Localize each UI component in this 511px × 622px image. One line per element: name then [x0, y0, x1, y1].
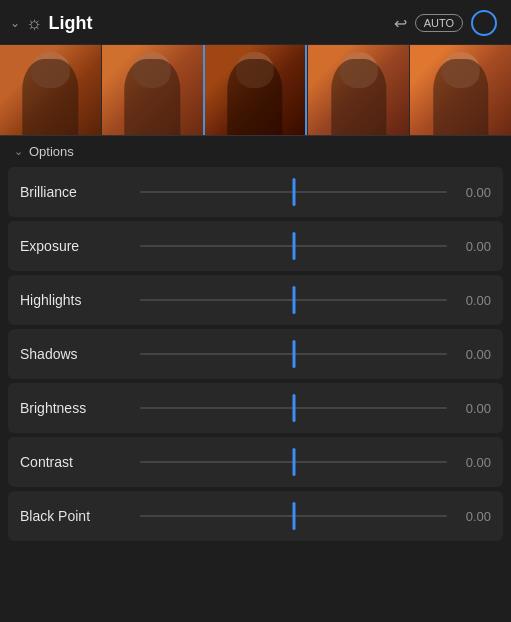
filmstrip[interactable]	[0, 45, 511, 135]
slider-label-shadows: Shadows	[20, 346, 140, 362]
slider-track-highlights[interactable]	[140, 275, 447, 325]
slider-indicator-brilliance	[292, 178, 295, 206]
options-chevron-icon: ⌄	[14, 145, 23, 158]
slider-track-brightness[interactable]	[140, 383, 447, 433]
slider-value-black-point: 0.00	[447, 509, 491, 524]
slider-label-exposure: Exposure	[20, 238, 140, 254]
slider-label-black-point: Black Point	[20, 508, 140, 524]
filmstrip-item[interactable]	[307, 45, 409, 135]
header-controls: ↩ AUTO	[394, 10, 497, 36]
section-title: Light	[49, 13, 93, 34]
sliders-container: Brilliance 0.00 Exposure 0.00 Highlights…	[0, 167, 511, 541]
face-body-5	[433, 59, 488, 136]
options-header[interactable]: ⌄ Options	[0, 136, 511, 167]
sun-icon: ☼	[26, 13, 43, 34]
photo-thumb-4	[308, 45, 409, 135]
face-body-4	[331, 59, 386, 136]
slider-row-exposure[interactable]: Exposure 0.00	[8, 221, 503, 271]
slider-value-brightness: 0.00	[447, 401, 491, 416]
face-body-2	[124, 59, 179, 136]
slider-row-black-point[interactable]: Black Point 0.00	[8, 491, 503, 541]
slider-indicator-black-point	[292, 502, 295, 530]
filmstrip-item[interactable]	[409, 45, 511, 135]
photo-thumb-1	[0, 45, 101, 135]
slider-label-brightness: Brightness	[20, 400, 140, 416]
slider-value-shadows: 0.00	[447, 347, 491, 362]
slider-track-brilliance[interactable]	[140, 167, 447, 217]
section-header: ⌄ ☼ Light ↩ AUTO	[0, 0, 511, 45]
slider-row-shadows[interactable]: Shadows 0.00	[8, 329, 503, 379]
photo-thumb-3	[205, 45, 306, 135]
slider-indicator-brightness	[292, 394, 295, 422]
slider-indicator-exposure	[292, 232, 295, 260]
slider-indicator-shadows	[292, 340, 295, 368]
slider-label-contrast: Contrast	[20, 454, 140, 470]
slider-value-exposure: 0.00	[447, 239, 491, 254]
slider-value-brilliance: 0.00	[447, 185, 491, 200]
undo-icon[interactable]: ↩	[394, 14, 407, 33]
face-body-3	[227, 59, 282, 136]
slider-row-contrast[interactable]: Contrast 0.00	[8, 437, 503, 487]
filmstrip-item[interactable]	[203, 45, 308, 135]
slider-indicator-highlights	[292, 286, 295, 314]
slider-track-contrast[interactable]	[140, 437, 447, 487]
slider-label-highlights: Highlights	[20, 292, 140, 308]
slider-track-black-point[interactable]	[140, 491, 447, 541]
slider-row-brightness[interactable]: Brightness 0.00	[8, 383, 503, 433]
slider-track-exposure[interactable]	[140, 221, 447, 271]
auto-button[interactable]: AUTO	[415, 14, 463, 32]
slider-label-brilliance: Brilliance	[20, 184, 140, 200]
filmstrip-item[interactable]	[101, 45, 203, 135]
circle-toggle-button[interactable]	[471, 10, 497, 36]
options-label: Options	[29, 144, 74, 159]
photo-thumb-5	[410, 45, 511, 135]
slider-row-highlights[interactable]: Highlights 0.00	[8, 275, 503, 325]
slider-track-shadows[interactable]	[140, 329, 447, 379]
slider-value-contrast: 0.00	[447, 455, 491, 470]
face-body-1	[23, 59, 78, 136]
photo-thumb-2	[102, 45, 203, 135]
collapse-chevron-icon[interactable]: ⌄	[10, 16, 20, 30]
slider-value-highlights: 0.00	[447, 293, 491, 308]
slider-indicator-contrast	[292, 448, 295, 476]
slider-row-brilliance[interactable]: Brilliance 0.00	[8, 167, 503, 217]
header-left: ⌄ ☼ Light	[10, 13, 394, 34]
filmstrip-item[interactable]	[0, 45, 101, 135]
